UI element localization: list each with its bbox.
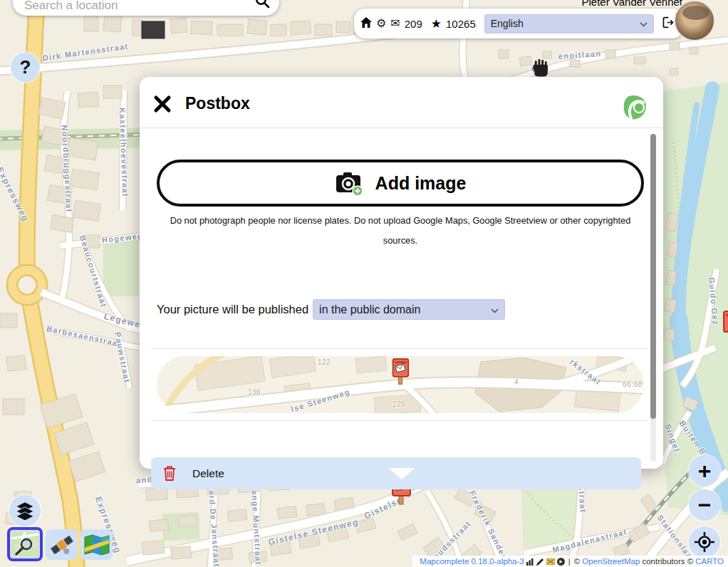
app-version-link[interactable]: Mapcomplete 0.18.0-alpha-3 <box>420 557 524 566</box>
delete-label: Delete <box>192 467 224 480</box>
community-icon <box>557 558 565 566</box>
scrollbar-thumb[interactable] <box>650 134 656 419</box>
popup-title: Postbox <box>185 94 250 113</box>
home-icon[interactable] <box>360 17 372 31</box>
osm-link[interactable]: OpenStreetMap <box>582 557 640 566</box>
osm-map-icon <box>11 531 39 557</box>
gear-icon[interactable]: ⚙ <box>376 18 386 29</box>
postbox-marker-minimap[interactable] <box>391 358 410 386</box>
search-input[interactable] <box>24 0 254 13</box>
zoom-out-button[interactable]: − <box>689 489 720 521</box>
layers-icon <box>15 501 35 520</box>
chevron-down-icon <box>640 18 648 29</box>
mail-icon[interactable]: ✉ <box>390 18 400 29</box>
street-label: 122 <box>318 358 331 366</box>
avatar[interactable] <box>674 0 715 41</box>
street-label: 125 <box>392 400 405 408</box>
carto-link[interactable]: CARTO <box>695 557 724 566</box>
street-label: 66;68 <box>623 380 643 388</box>
zoom-out-label: − <box>698 492 712 519</box>
add-image-label: Add image <box>375 173 467 194</box>
satellite-icon <box>49 533 75 557</box>
search-bar <box>13 0 279 16</box>
background-choice-satellite[interactable] <box>46 529 78 560</box>
stats-icon <box>526 558 534 566</box>
license-selected-value: in the public domain <box>319 303 420 316</box>
search-icon[interactable] <box>254 0 271 12</box>
license-select[interactable]: in the public domain <box>313 299 505 320</box>
mapcomplete-logo-icon <box>622 94 649 121</box>
locate-button[interactable] <box>689 526 720 558</box>
license-label: Your picture will be published <box>157 303 308 316</box>
license-row: Your picture will be published in the pu… <box>157 299 505 320</box>
app-window: Dirk MartensstraatklaanenoitlaanExpressw… <box>0 0 728 567</box>
street-label: 4 <box>514 378 519 386</box>
scrollbar-track[interactable] <box>650 134 656 462</box>
postbox-popup: Postbox <box>140 77 663 469</box>
popup-header: Postbox <box>140 77 663 128</box>
background-choice-map[interactable] <box>80 529 113 560</box>
street-label: rkstraat <box>568 358 603 387</box>
street-label: lse Steenweg <box>290 387 351 413</box>
language-selected-value: English <box>491 18 524 29</box>
popup-pointer <box>388 468 415 479</box>
layers-button[interactable] <box>9 495 41 526</box>
messages-count: 209 <box>405 18 422 30</box>
help-label: ? <box>20 56 31 78</box>
user-name: Pieter Vander Vennet <box>582 0 683 8</box>
attribution-bar: Mapcomplete 0.18.0-alpha-3 | © OpenStree… <box>412 556 728 567</box>
osm-copyright-prefix: © <box>574 557 580 566</box>
user-bar: ⚙ ✉ 209 ★ 10265 English <box>354 9 683 38</box>
zoom-in-button[interactable]: + <box>689 455 720 487</box>
star-icon: ★ <box>431 18 442 30</box>
osm-copyright-suffix: contributors © <box>642 557 693 566</box>
crosshair-icon <box>694 531 715 553</box>
language-select[interactable]: English <box>484 14 654 33</box>
pencil-icon <box>536 558 544 566</box>
chevron-down-icon <box>491 303 499 316</box>
folded-map-icon <box>83 534 110 556</box>
close-icon[interactable] <box>153 95 172 113</box>
stars-count: 10265 <box>446 18 476 30</box>
street-label: 136 <box>248 388 261 396</box>
background-layer-icon <box>546 558 555 566</box>
postbox-marker-edge[interactable] <box>722 311 728 342</box>
popup-body: Add image Do not photograph people nor l… <box>140 128 663 468</box>
divider <box>151 348 647 349</box>
camera-plus-icon <box>335 170 365 197</box>
divider <box>151 420 647 421</box>
location-minimap[interactable]: 122136lse Steenweg1254rkstraat66;68 <box>157 356 644 413</box>
help-button[interactable]: ? <box>11 53 40 82</box>
background-choice-osm[interactable] <box>7 527 43 561</box>
add-image-button[interactable]: Add image <box>157 160 644 207</box>
image-license-notice: Do not photograph people nor license pla… <box>161 211 640 251</box>
attribution-divider: | <box>568 557 571 566</box>
logout-icon[interactable] <box>661 16 675 32</box>
zoom-in-label: + <box>698 458 712 484</box>
hand-cursor <box>530 57 551 83</box>
trash-icon <box>162 465 177 482</box>
